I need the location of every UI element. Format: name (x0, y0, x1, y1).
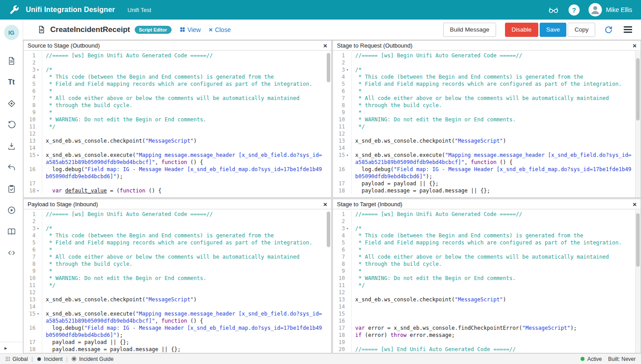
line-gutter: 7 (24, 253, 42, 260)
panel-title: Stage to Target (Inbound) (337, 201, 402, 208)
code-editor[interactable]: 1//===== [ws] Begin Unifi Auto Generated… (333, 51, 641, 197)
panel-close-icon[interactable]: × (633, 201, 637, 208)
line-gutter[interactable]: 3▾ (333, 225, 352, 232)
code-line: 16 log.debug("Field map: IG - Message He… (24, 324, 331, 339)
line-gutter[interactable]: 15▾ (24, 310, 42, 324)
gear-icon (71, 356, 77, 362)
code-icon[interactable] (7, 248, 16, 258)
undo-icon[interactable] (7, 163, 16, 172)
code-line: 10 * WARNING: Do not edit the Begin or E… (333, 275, 641, 282)
line-gutter: 20 (333, 346, 352, 353)
document-icon[interactable] (7, 56, 16, 66)
help-icon[interactable]: ? (569, 4, 580, 16)
code-line: 2 (24, 218, 331, 225)
code-line: 18▾ var default_value = (function () { (24, 187, 331, 194)
code-line: 6 * (333, 246, 641, 253)
process-selector[interactable]: Incident Guide (71, 356, 113, 362)
copy-button[interactable]: Copy (568, 23, 595, 37)
close-button[interactable]: × Close (209, 26, 231, 33)
line-gutter: 16 (333, 317, 352, 324)
line-gutter: 17 (24, 180, 42, 187)
run-play-icon[interactable] (7, 205, 16, 215)
record-circle-icon (36, 356, 42, 362)
wrench-logo-icon[interactable] (9, 4, 20, 15)
line-gutter: 2 (24, 59, 42, 66)
panel-header: Payload to Stage (Inbound) × (24, 199, 331, 209)
glasses-icon[interactable] (547, 4, 560, 15)
code-line: 5 * Field and Field mapping records whic… (24, 239, 331, 246)
line-gutter[interactable]: 3▾ (333, 66, 352, 73)
tasks-checklist-icon[interactable] (7, 184, 16, 194)
line-gutter[interactable]: 3▾ (24, 66, 42, 73)
code-line: 2 (333, 218, 641, 225)
code-line: 11 */ (24, 123, 331, 130)
user-menu[interactable]: Mike Ellis (589, 3, 632, 16)
code-editor[interactable]: 1//===== [ws] Begin Unifi Auto Generated… (24, 209, 331, 353)
code-line: 10 * WARNING: Do not edit the Begin or E… (333, 116, 641, 123)
code-line: 18if (error) throw error.message; (333, 332, 641, 339)
environment-label[interactable]: Unifi Test (128, 7, 151, 13)
status-label: Active (587, 356, 602, 362)
refresh-icon[interactable] (604, 25, 613, 34)
code-line: 7 * All code either above or below the c… (24, 95, 331, 102)
line-gutter: 5 (24, 239, 42, 246)
code-editor[interactable]: 1//===== [ws] Begin Unifi Auto Generated… (333, 209, 641, 353)
code-line: 19 (333, 339, 641, 346)
menu-icon[interactable] (622, 24, 634, 35)
view-button[interactable]: View (180, 26, 201, 33)
line-gutter: 7 (24, 95, 42, 102)
code-line: 7 * All code either above or below the c… (333, 253, 641, 260)
line-gutter[interactable]: 15▾ (24, 152, 42, 166)
scrollbar-thumb[interactable] (327, 212, 330, 247)
fold-toggle-icon: ▾ (345, 66, 350, 73)
code-line: 11 */ (333, 123, 641, 130)
line-gutter[interactable]: 18▾ (24, 187, 42, 194)
line-gutter: 8 (24, 102, 42, 109)
scrollbar-thumb[interactable] (327, 53, 330, 82)
code-line: 1//===== [ws] Begin Unifi Auto Generated… (333, 211, 641, 218)
line-gutter[interactable]: 3▾ (24, 225, 42, 232)
status-dot (581, 357, 585, 361)
build-message-button[interactable]: Build Message (443, 23, 496, 37)
code-line: 18 payload.message = payload.message || … (333, 187, 641, 194)
export-download-icon[interactable] (7, 141, 16, 151)
code-line: 16 log.debug("Field map: IG - Message He… (333, 166, 641, 180)
sidebar-collapse-toggle[interactable]: ▸ (0, 342, 23, 353)
scrollbar-thumb[interactable] (636, 213, 640, 267)
docs-book-icon[interactable] (7, 227, 16, 236)
code-line: 8 * through the build cycle. (24, 260, 331, 268)
scrollbar-thumb[interactable] (636, 58, 640, 120)
field-map-icon[interactable] (7, 99, 16, 108)
line-gutter: 14 (333, 303, 352, 310)
avatar (589, 3, 602, 16)
scope-selector[interactable]: Global (5, 356, 28, 362)
panel-close-icon[interactable]: × (323, 201, 327, 208)
save-button[interactable]: Save (540, 23, 567, 37)
line-gutter[interactable]: 15▾ (333, 152, 352, 166)
line-gutter: 1 (24, 211, 42, 218)
panel-title: Payload to Stage (Inbound) (28, 201, 98, 208)
code-line: 15▾x_snd_eb.ws_console.execute("Mapping … (333, 152, 641, 166)
history-icon[interactable] (7, 120, 16, 130)
document-icon (37, 25, 46, 34)
line-gutter: 16 (24, 324, 42, 339)
code-line: 17 (24, 180, 331, 187)
text-style-icon[interactable]: Tt (7, 77, 16, 87)
panel-close-icon[interactable]: × (633, 42, 637, 49)
code-editor[interactable]: 1//===== [ws] Begin Unifi Auto Generated… (24, 51, 331, 197)
code-line: 12 (333, 289, 641, 296)
line-gutter: 1 (333, 211, 352, 218)
line-gutter: 13 (24, 296, 42, 303)
line-gutter: 2 (333, 59, 352, 66)
code-line: 15▾x_snd_eb.ws_console.execute("Mapping … (24, 152, 331, 166)
fold-toggle-icon: ▾ (345, 152, 350, 159)
disable-button[interactable]: Disable (505, 23, 538, 37)
app-selector[interactable]: Incident (36, 356, 63, 362)
line-gutter: 17 (333, 180, 352, 187)
workspace-badge[interactable]: IG (4, 25, 19, 40)
close-x-icon: × (209, 26, 213, 33)
fold-toggle-icon: ▾ (36, 187, 40, 194)
code-line: 5 * Field and Field mapping records whic… (333, 239, 641, 246)
panel-close-icon[interactable]: × (323, 42, 327, 49)
code-line: 15▾x_snd_eb.ws_console.execute("Mapping … (24, 310, 331, 324)
